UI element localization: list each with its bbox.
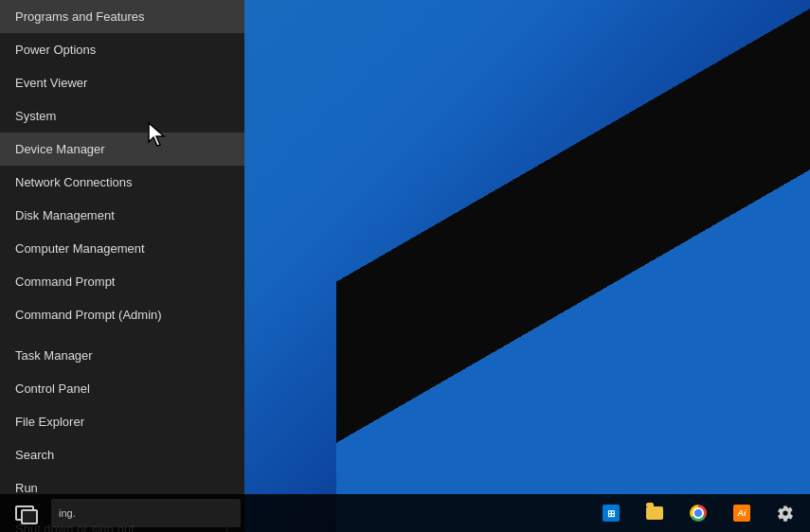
menu-item-network-connections[interactable]: Network Connections xyxy=(0,166,244,199)
chrome-icon xyxy=(690,505,707,522)
menu-item-label-task-manager: Task Manager xyxy=(15,348,93,363)
task-view-button[interactable] xyxy=(4,494,45,532)
menu-item-label-command-prompt: Command Prompt xyxy=(15,275,115,289)
menu-item-label-event-viewer: Event Viewer xyxy=(15,76,87,90)
menu-item-label-search: Search xyxy=(15,448,54,462)
menu-item-computer-management[interactable]: Computer Management xyxy=(0,232,244,265)
menu-item-power-options[interactable]: Power Options xyxy=(0,33,244,66)
menu-item-label-network-connections: Network Connections xyxy=(15,175,133,189)
menu-item-command-prompt-admin[interactable]: Command Prompt (Admin) xyxy=(0,298,244,331)
store-icon-button[interactable]: ⊞ xyxy=(590,494,632,532)
menu-item-event-viewer[interactable]: Event Viewer xyxy=(0,66,244,99)
taskbar-search[interactable]: ing. xyxy=(51,499,241,527)
menu-item-label-system: System xyxy=(15,109,56,123)
menu-item-programs-features[interactable]: Programs and Features xyxy=(0,0,244,33)
menu-item-disk-management[interactable]: Disk Management xyxy=(0,199,244,232)
explorer-icon xyxy=(646,506,663,520)
menu-item-file-explorer[interactable]: File Explorer xyxy=(0,405,244,438)
menu-item-label-run: Run xyxy=(15,481,38,495)
menu-item-system[interactable]: System xyxy=(0,99,244,133)
taskbar-search-text: ing. xyxy=(59,507,76,519)
context-menu: Programs and FeaturesPower OptionsEvent … xyxy=(0,0,244,532)
menu-item-device-manager[interactable]: Device Manager xyxy=(0,133,244,166)
menu-item-label-programs-features: Programs and Features xyxy=(15,9,145,24)
ai-icon-button[interactable]: Ai xyxy=(721,494,763,532)
menu-item-label-power-options: Power Options xyxy=(15,43,96,57)
menu-item-label-control-panel: Control Panel xyxy=(15,381,90,396)
menu-item-label-computer-management: Computer Management xyxy=(15,241,145,256)
store-icon: ⊞ xyxy=(603,505,620,522)
menu-item-label-disk-management: Disk Management xyxy=(15,208,115,222)
taskbar: ing. ⊞ Ai xyxy=(0,494,810,532)
ai-icon: Ai xyxy=(733,505,750,522)
settings-icon xyxy=(777,505,794,522)
menu-item-task-manager[interactable]: Task Manager xyxy=(0,339,244,372)
menu-item-label-file-explorer: File Explorer xyxy=(15,415,84,429)
menu-item-search[interactable]: Search xyxy=(0,438,244,471)
menu-item-control-panel[interactable]: Control Panel xyxy=(0,372,244,405)
menu-item-label-command-prompt-admin: Command Prompt (Admin) xyxy=(15,308,162,322)
menu-item-label-device-manager: Device Manager xyxy=(15,142,105,156)
task-view-icon xyxy=(15,505,34,521)
chrome-icon-button[interactable] xyxy=(677,494,719,532)
explorer-icon-button[interactable] xyxy=(634,494,675,532)
settings-icon-button[interactable] xyxy=(765,494,806,532)
menu-item-command-prompt[interactable]: Command Prompt xyxy=(0,265,244,298)
